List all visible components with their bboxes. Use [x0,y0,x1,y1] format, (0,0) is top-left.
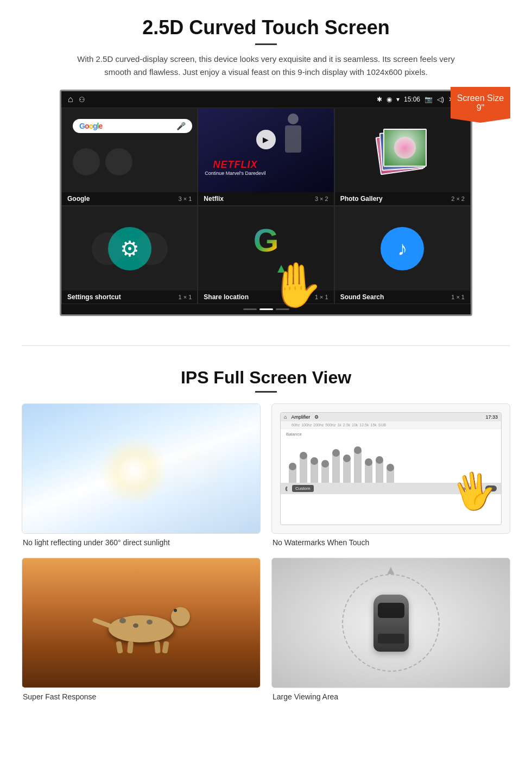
mic-icon: 🎤 [176,122,186,130]
page-divider [22,345,510,346]
share-label-name: Share location [204,293,249,301]
section-ips-screen: IPS Full Screen View No light reflecting… [0,362,532,717]
eq-bar-1 [289,466,296,483]
settings-cell-label: Settings shortcut 1 × 1 [62,291,197,304]
amp-prev-icon: ⟪ [285,486,288,491]
amp-time: 17:33 [485,414,498,420]
eq-bar-7 [354,450,362,483]
sound-label-size: 1 × 1 [451,294,465,300]
netflix-cell-inner: ▶ NETFLIX Continue Marvel's Daredevil [198,108,333,192]
amp-title: Amplifier [291,414,310,420]
time-display: 15:06 [404,96,420,103]
google-label-name: Google [67,195,90,203]
status-left: ⌂ ⚇ [68,94,85,104]
section1-title: 2.5D Curved Touch Screen [33,16,499,39]
feature-grid: No light reflecting under 360° direct su… [22,403,510,701]
cheetah-visual [22,558,260,687]
badge-title-text: Screen Size [457,93,504,103]
gallery-label-name: Photo Gallery [340,195,383,203]
feature-fast-response: Super Fast Response [22,558,261,701]
share-location-app-cell[interactable]: G ▲ 🤚 Share location 1 × 1 [198,206,334,304]
status-bar: ⌂ ⚇ ✱ ◉ ▾ 15:06 📷 ◁) ✕ ▭ [61,91,471,108]
gallery-cell-inner [335,108,470,192]
sunlight-caption: No light reflecting under 360° direct su… [22,538,261,547]
touch-hand-icon: 🖐 [449,469,498,512]
sound-search-app-cell[interactable]: ♪ Sound Search 1 × 1 [334,206,471,304]
feature-viewing-angle: ▲ Large Viewing Area [271,558,510,701]
dot-3 [276,308,289,310]
page-dots [61,304,471,314]
netflix-cell-label: Netflix 3 × 2 [198,192,333,205]
google-label-size: 3 × 1 [179,195,192,202]
home-icon[interactable]: ⌂ [68,94,73,104]
section2-title: IPS Full Screen View [22,368,510,388]
car-visual: ▲ [272,558,510,687]
screen-size-badge: Screen Size 9" [451,87,510,123]
feature-amplifier-img: ⌂ Amplifier ⚙ 17:33 60hz100hz200hz500hz1… [271,403,510,534]
google-cell-label: Google 3 × 1 [62,192,197,205]
bluetooth-icon: ✱ [377,96,382,103]
feature-sunlight-img [22,403,261,534]
eq-bar-6 [343,458,351,483]
settings-label-name: Settings shortcut [67,293,121,301]
settings-app-cell[interactable]: ⚙ Settings shortcut 1 × 1 [61,206,198,304]
google-app-cell[interactable]: Google 🎤 [61,108,198,206]
feature-sunlight: No light reflecting under 360° direct su… [22,403,261,547]
dot-2 [259,308,273,310]
dot-1 [243,308,257,310]
eq-bar-10 [387,468,394,483]
badge-size-text: 9" [477,103,485,112]
section2-divider [255,391,277,393]
custom-button[interactable]: Custom [292,485,314,492]
amp-settings-icon: ⚙ [314,414,319,420]
screen-mockup-wrapper: Screen Size 9" ⌂ ⚇ ✱ ◉ ▾ 15:06 📷 ◁) ✕ [60,90,472,316]
section-curved-screen: 2.5D Curved Touch Screen With 2.5D curve… [0,0,532,329]
photo-stack [375,123,429,178]
netflix-subtitle: Continue Marvel's Daredevil [205,171,265,176]
eq-bar-5 [332,453,340,483]
share-label-size: 1 × 1 [315,294,328,300]
sound-cell-inner: ♪ [335,206,470,291]
netflix-logo-area: NETFLIX Continue Marvel's Daredevil [205,159,265,176]
usb-icon: ⚇ [79,96,85,104]
sound-label-name: Sound Search [340,293,384,301]
netflix-label-size: 3 × 2 [315,195,328,202]
share-cell-inner: G ▲ 🤚 [198,206,333,291]
title-divider [255,43,277,45]
feature-car-img: ▲ [271,558,510,688]
eq-bar-8 [365,462,372,483]
sound-cell-label: Sound Search 1 × 1 [335,291,470,304]
google-cell-inner: Google 🎤 [62,108,197,192]
settings-cell-inner: ⚙ [62,206,197,291]
location-icon: ◉ [387,96,392,103]
app-grid: Google 🎤 [61,108,471,304]
eq-bar-9 [376,460,383,483]
amp-home-icon: ⌂ [284,414,287,420]
wifi-icon: ▾ [396,96,400,103]
netflix-label-name: Netflix [204,195,224,203]
settings-label-size: 1 × 1 [179,294,192,300]
gallery-label-size: 2 × 2 [451,195,465,202]
sunlight-visual [22,404,260,533]
eq-bar-3 [311,461,318,483]
netflix-text: NETFLIX [213,159,257,170]
viewing-angle-caption: Large Viewing Area [271,692,510,701]
eq-bar-4 [321,464,329,483]
feature-watermarks: ⌂ Amplifier ⚙ 17:33 60hz100hz200hz500hz1… [271,403,510,547]
google-search-bar[interactable]: Google 🎤 [73,119,192,133]
photo-card-3 [383,129,427,167]
camera-icon: 📷 [425,96,433,103]
amp-header: ⌂ Amplifier ⚙ 17:33 [281,413,501,421]
fast-response-caption: Super Fast Response [22,692,261,701]
netflix-app-cell[interactable]: ▶ NETFLIX Continue Marvel's Daredevil Ne… [198,108,334,206]
watermarks-caption: No Watermarks When Touch [271,538,510,547]
gmaps-icon: G ▲ [247,224,285,273]
eq-bar-2 [300,456,307,483]
share-cell-label: Share location 1 × 1 [198,291,333,304]
gallery-app-cell[interactable]: Photo Gallery 2 × 2 [334,108,471,206]
android-screen: ⌂ ⚇ ✱ ◉ ▾ 15:06 📷 ◁) ✕ ▭ [60,90,472,316]
volume-icon: ◁) [437,96,444,103]
netflix-play-button[interactable]: ▶ [256,130,276,149]
gallery-cell-label: Photo Gallery 2 × 2 [335,192,470,205]
google-logo: Google [79,122,102,130]
